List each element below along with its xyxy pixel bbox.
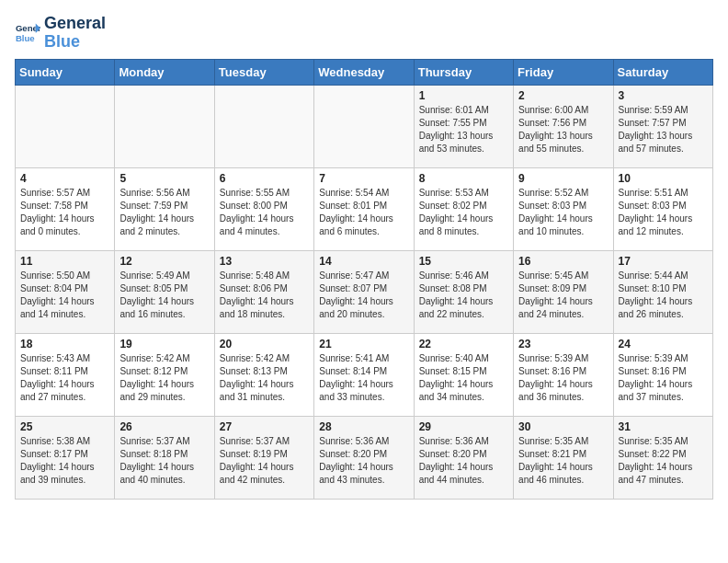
svg-text:Blue: Blue (16, 33, 35, 43)
day-info: Sunrise: 5:49 AM Sunset: 8:05 PM Dayligh… (119, 270, 209, 321)
calendar-cell: 31Sunrise: 5:35 AM Sunset: 8:22 PM Dayli… (613, 416, 712, 499)
day-info: Sunrise: 5:54 AM Sunset: 8:01 PM Dayligh… (319, 187, 408, 238)
day-number: 27 (220, 420, 309, 433)
day-info: Sunrise: 5:42 AM Sunset: 8:12 PM Dayligh… (119, 352, 209, 404)
calendar-row: 25Sunrise: 5:38 AM Sunset: 8:17 PM Dayli… (16, 416, 713, 499)
calendar-row: 1Sunrise: 6:01 AM Sunset: 7:55 PM Daylig… (16, 85, 713, 167)
day-number: 7 (319, 172, 408, 185)
calendar-cell (214, 85, 313, 167)
weekday-header: Sunday (16, 59, 115, 85)
calendar-cell: 6Sunrise: 5:55 AM Sunset: 8:00 PM Daylig… (214, 167, 313, 250)
day-info: Sunrise: 5:42 AM Sunset: 8:13 PM Dayligh… (220, 352, 309, 404)
calendar-cell: 11Sunrise: 5:50 AM Sunset: 8:04 PM Dayli… (16, 250, 115, 333)
day-number: 30 (518, 420, 608, 433)
day-info: Sunrise: 5:35 AM Sunset: 8:21 PM Dayligh… (518, 435, 608, 487)
weekday-header: Monday (115, 59, 214, 85)
day-info: Sunrise: 5:51 AM Sunset: 8:03 PM Dayligh… (619, 187, 708, 238)
day-info: Sunrise: 5:36 AM Sunset: 8:20 PM Dayligh… (319, 435, 408, 487)
calendar-table: SundayMondayTuesdayWednesdayThursdayFrid… (15, 59, 713, 500)
calendar-cell: 14Sunrise: 5:47 AM Sunset: 8:07 PM Dayli… (314, 250, 414, 333)
day-info: Sunrise: 5:44 AM Sunset: 8:10 PM Dayligh… (619, 270, 708, 321)
calendar-cell: 26Sunrise: 5:37 AM Sunset: 8:18 PM Dayli… (115, 416, 214, 499)
calendar-cell: 10Sunrise: 5:51 AM Sunset: 8:03 PM Dayli… (613, 167, 712, 250)
day-info: Sunrise: 5:37 AM Sunset: 8:18 PM Dayligh… (119, 435, 209, 487)
calendar-row: 4Sunrise: 5:57 AM Sunset: 7:58 PM Daylig… (16, 167, 713, 250)
day-info: Sunrise: 5:59 AM Sunset: 7:57 PM Dayligh… (619, 104, 708, 155)
day-number: 6 (220, 172, 309, 185)
weekday-header: Tuesday (214, 59, 313, 85)
calendar-cell (16, 85, 115, 167)
calendar-cell (314, 85, 414, 167)
day-info: Sunrise: 5:56 AM Sunset: 7:59 PM Dayligh… (119, 187, 209, 238)
day-number: 19 (119, 338, 209, 350)
weekday-header: Friday (514, 59, 613, 85)
day-number: 18 (20, 338, 109, 350)
day-number: 5 (119, 172, 209, 185)
calendar-cell: 21Sunrise: 5:41 AM Sunset: 8:14 PM Dayli… (314, 333, 414, 416)
calendar-cell: 27Sunrise: 5:37 AM Sunset: 8:19 PM Dayli… (214, 416, 313, 499)
calendar-cell: 22Sunrise: 5:40 AM Sunset: 8:15 PM Dayli… (414, 333, 513, 416)
calendar-row: 11Sunrise: 5:50 AM Sunset: 8:04 PM Dayli… (16, 250, 713, 333)
day-info: Sunrise: 5:52 AM Sunset: 8:03 PM Dayligh… (518, 187, 608, 238)
calendar-cell: 20Sunrise: 5:42 AM Sunset: 8:13 PM Dayli… (214, 333, 313, 416)
day-number: 2 (518, 89, 608, 102)
calendar-cell: 25Sunrise: 5:38 AM Sunset: 8:17 PM Dayli… (16, 416, 115, 499)
day-info: Sunrise: 5:46 AM Sunset: 8:08 PM Dayligh… (419, 270, 508, 321)
calendar-cell: 18Sunrise: 5:43 AM Sunset: 8:11 PM Dayli… (16, 333, 115, 416)
calendar-cell: 12Sunrise: 5:49 AM Sunset: 8:05 PM Dayli… (115, 250, 214, 333)
day-info: Sunrise: 6:00 AM Sunset: 7:56 PM Dayligh… (518, 104, 608, 155)
day-number: 28 (319, 420, 408, 433)
weekday-header: Wednesday (314, 59, 414, 85)
day-info: Sunrise: 5:37 AM Sunset: 8:19 PM Dayligh… (220, 435, 309, 487)
day-info: Sunrise: 5:50 AM Sunset: 8:04 PM Dayligh… (20, 270, 109, 321)
day-number: 16 (518, 255, 608, 268)
logo-blue: Blue (44, 33, 106, 52)
day-info: Sunrise: 5:36 AM Sunset: 8:20 PM Dayligh… (419, 435, 508, 487)
day-info: Sunrise: 5:39 AM Sunset: 8:16 PM Dayligh… (518, 352, 608, 404)
day-number: 13 (220, 255, 309, 268)
calendar-cell: 19Sunrise: 5:42 AM Sunset: 8:12 PM Dayli… (115, 333, 214, 416)
day-info: Sunrise: 5:48 AM Sunset: 8:06 PM Dayligh… (220, 270, 309, 321)
day-info: Sunrise: 5:47 AM Sunset: 8:07 PM Dayligh… (319, 270, 408, 321)
logo-general: General (44, 15, 106, 33)
day-info: Sunrise: 5:40 AM Sunset: 8:15 PM Dayligh… (419, 352, 508, 404)
calendar-cell: 24Sunrise: 5:39 AM Sunset: 8:16 PM Dayli… (613, 333, 712, 416)
day-info: Sunrise: 5:39 AM Sunset: 8:16 PM Dayligh… (619, 352, 708, 404)
day-number: 24 (619, 338, 708, 350)
day-number: 29 (419, 420, 508, 433)
day-number: 21 (319, 338, 408, 350)
day-info: Sunrise: 5:45 AM Sunset: 8:09 PM Dayligh… (518, 270, 608, 321)
day-info: Sunrise: 6:01 AM Sunset: 7:55 PM Dayligh… (419, 104, 508, 155)
day-info: Sunrise: 5:55 AM Sunset: 8:00 PM Dayligh… (220, 187, 309, 238)
calendar-cell: 15Sunrise: 5:46 AM Sunset: 8:08 PM Dayli… (414, 250, 513, 333)
day-number: 26 (119, 420, 209, 433)
logo-icon: General Blue (15, 20, 40, 46)
day-number: 8 (419, 172, 508, 185)
day-number: 9 (518, 172, 608, 185)
calendar-cell: 17Sunrise: 5:44 AM Sunset: 8:10 PM Dayli… (613, 250, 712, 333)
calendar-cell: 13Sunrise: 5:48 AM Sunset: 8:06 PM Dayli… (214, 250, 313, 333)
day-number: 11 (20, 255, 109, 268)
calendar-cell: 2Sunrise: 6:00 AM Sunset: 7:56 PM Daylig… (514, 85, 613, 167)
calendar-row: 18Sunrise: 5:43 AM Sunset: 8:11 PM Dayli… (16, 333, 713, 416)
calendar-cell: 9Sunrise: 5:52 AM Sunset: 8:03 PM Daylig… (514, 167, 613, 250)
day-number: 3 (619, 89, 708, 102)
weekday-header: Saturday (613, 59, 712, 85)
day-number: 22 (419, 338, 508, 350)
day-number: 20 (220, 338, 309, 350)
day-number: 31 (619, 420, 708, 433)
calendar-cell: 3Sunrise: 5:59 AM Sunset: 7:57 PM Daylig… (613, 85, 712, 167)
day-number: 1 (419, 89, 508, 102)
calendar-cell: 7Sunrise: 5:54 AM Sunset: 8:01 PM Daylig… (314, 167, 414, 250)
day-info: Sunrise: 5:43 AM Sunset: 8:11 PM Dayligh… (20, 352, 109, 404)
day-number: 14 (319, 255, 408, 268)
day-number: 23 (518, 338, 608, 350)
calendar-cell (115, 85, 214, 167)
calendar-cell: 30Sunrise: 5:35 AM Sunset: 8:21 PM Dayli… (514, 416, 613, 499)
day-number: 10 (619, 172, 708, 185)
calendar-cell: 4Sunrise: 5:57 AM Sunset: 7:58 PM Daylig… (16, 167, 115, 250)
calendar-cell: 16Sunrise: 5:45 AM Sunset: 8:09 PM Dayli… (514, 250, 613, 333)
day-number: 25 (20, 420, 109, 433)
day-number: 12 (119, 255, 209, 268)
calendar-cell: 29Sunrise: 5:36 AM Sunset: 8:20 PM Dayli… (414, 416, 513, 499)
